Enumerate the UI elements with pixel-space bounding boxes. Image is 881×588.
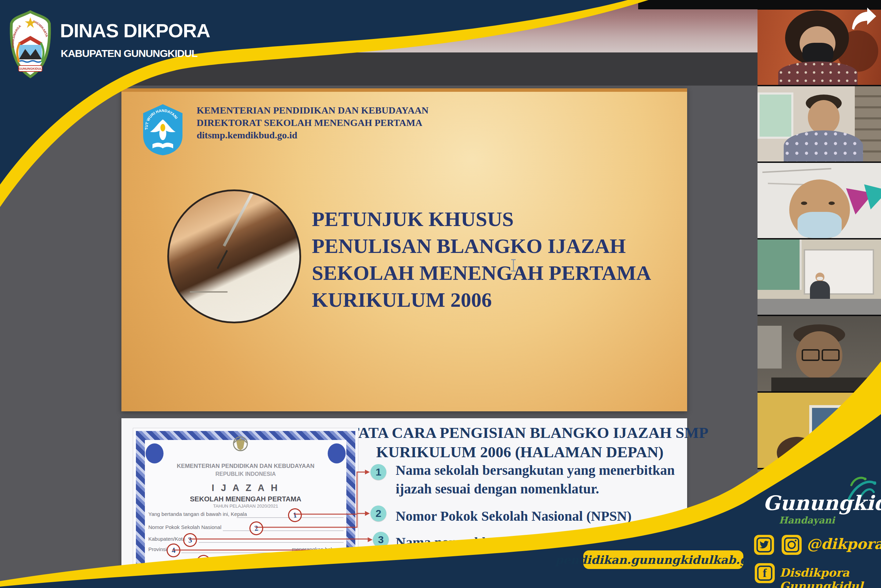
kemdikbud-logo: TUT WURI HANDAYANI [140, 103, 185, 156]
face-mask [802, 43, 833, 63]
face-mask [817, 277, 823, 280]
window [809, 405, 857, 449]
chalkboard [758, 240, 802, 290]
window [758, 326, 782, 369]
social-handle: @dikpora_gk [806, 536, 881, 552]
footer-brand-name: Gunungkidul [763, 491, 881, 515]
agency-region: KABUPATEN GUNUNGKIDUL [61, 48, 197, 59]
participant-body [784, 130, 863, 162]
share-arrow-icon[interactable] [849, 7, 877, 31]
item-3-text: Nama nomenklatur kabupaten/kota*) ( [396, 533, 685, 552]
twitter-icon[interactable] [754, 535, 774, 555]
participant-eye [801, 201, 807, 205]
participant-video-4[interactable] [758, 240, 881, 315]
participant-video-6[interactable] [758, 393, 881, 468]
slide-org-line2: DIREKTORAT SEKOLAH MENENGAH PERTAMA [196, 117, 422, 128]
participant-video-3[interactable] [758, 163, 881, 238]
pdf-page-12-slide: TUT WURI HANDAYANI KEMENTERIAN PENDIDIKA… [121, 88, 687, 411]
participant-body [810, 281, 830, 302]
slide-title-line4: KURIKULUM 2006 [312, 286, 492, 314]
desk [758, 299, 881, 315]
crest-banner-text: GUNUNGKIDUL [19, 67, 42, 70]
glasses [802, 349, 820, 361]
instagram-icon[interactable] [782, 535, 802, 555]
participant-head [777, 437, 817, 468]
glasses [822, 349, 840, 361]
item-1-number: 1 [370, 464, 387, 480]
website-url: pendidikan.gunungkidulkab.go.id [555, 553, 772, 567]
participant-face [808, 100, 840, 135]
slide-org-line1: KEMENTERIAN PENDIDIKAN DAN KEBUDAYAAN [196, 105, 429, 116]
meeting-window: 12 / 55 − 100% + TUT WURI HANDAYANI [0, 0, 881, 588]
participant-eye [829, 201, 835, 205]
slide-title-line1: PETUNJUK KHUSUS [312, 206, 514, 232]
slide-title-line2: PENULISAN BLANGKO IJAZAH [312, 232, 626, 260]
participant-video-2[interactable] [758, 86, 881, 162]
participant-video-5[interactable] [758, 316, 881, 391]
face-mask [797, 212, 842, 238]
footer-brand-subtitle: Handayani [779, 515, 835, 525]
agency-name: DINAS DIKPORA [60, 20, 210, 42]
participant-body [771, 378, 868, 391]
item-2-text: Nomor Pokok Sekolah Nasional (NPSN) [396, 507, 685, 525]
pen-image [223, 189, 256, 247]
whiteboard-writing [762, 168, 832, 173]
item-3-number: 3 [373, 532, 389, 548]
writing-hand-photo [167, 189, 301, 323]
window [758, 93, 793, 139]
slide-org-url: ditsmp.kemdikbud.go.id [196, 130, 297, 141]
item-2-number: 2 [370, 506, 387, 521]
pen-tip [217, 250, 228, 269]
text-cursor [513, 259, 514, 272]
item-1-text: Nama sekolah bersangkutan yang menerbitk… [396, 461, 685, 498]
participant-body [778, 62, 857, 85]
website-banner: pendidikan.gunungkidulkab.go.id [583, 550, 743, 569]
facebook-name: Disdikpora Gunungkidul [779, 566, 881, 588]
written-line [190, 291, 228, 292]
facebook-icon[interactable]: f [755, 563, 775, 583]
gunungkidul-crest: DHAKSINARGA BHUMIKARTA GUNUNGKIDUL [9, 10, 52, 79]
slide-title-line3: SEKOLAH MENENGAH PERTAMA [312, 260, 651, 286]
top-black-bar [638, 0, 758, 9]
